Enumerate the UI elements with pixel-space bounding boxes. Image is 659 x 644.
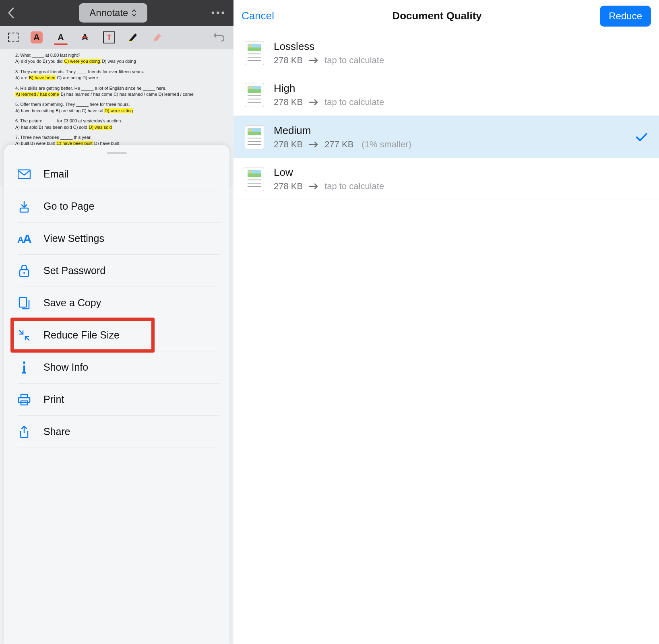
print-icon	[18, 393, 31, 406]
quality-option-high[interactable]: High278 KBtap to calculate	[233, 74, 659, 116]
chevron-updown-icon	[131, 8, 137, 17]
sheet-item-info[interactable]: Show Info	[18, 351, 219, 384]
quality-text: Low278 KBtap to calculate	[274, 166, 648, 192]
doc-line: 3. They are great friends. They ____ fri…	[15, 69, 229, 81]
eraser-tool-icon[interactable]	[151, 31, 163, 43]
svg-rect-2	[20, 208, 28, 212]
top-bar: Annotate •••	[0, 0, 233, 26]
svg-rect-5	[19, 297, 27, 307]
sheet-item-goto[interactable]: Go to Page	[18, 190, 219, 223]
sheet-item-mail[interactable]: Email	[18, 158, 219, 190]
aa-icon: AA	[18, 232, 31, 245]
sheet-item-label: Print	[43, 394, 64, 405]
annotation-toolbar: A A A T	[0, 26, 233, 49]
quality-text: Medium278 KB277 KB(1% smaller)	[274, 124, 626, 150]
goto-icon	[18, 200, 31, 213]
thumbnail-icon	[245, 125, 264, 149]
sheet-grabber[interactable]	[107, 152, 127, 154]
select-area-tool-icon[interactable]	[8, 33, 19, 42]
reduce-icon	[18, 329, 31, 342]
from-size: 278 KB	[274, 97, 303, 107]
sheet-item-label: View Settings	[43, 233, 104, 244]
arrow-right-icon	[308, 99, 319, 106]
quality-list: Lossless278 KBtap to calculateHigh278 KB…	[233, 32, 659, 200]
svg-rect-10	[19, 398, 30, 402]
quality-name: High	[274, 82, 648, 95]
mode-label: Annotate	[89, 7, 128, 19]
svg-rect-8	[22, 372, 26, 374]
marker-tool-icon[interactable]	[127, 31, 139, 43]
quality-option-low[interactable]: Low278 KBtap to calculate	[233, 158, 659, 200]
more-icon[interactable]: •••	[211, 7, 226, 19]
from-size: 278 KB	[274, 181, 303, 192]
sheet-item-aa[interactable]: AAView Settings	[18, 223, 219, 255]
svg-point-6	[23, 361, 25, 364]
thumbnail-icon	[245, 167, 264, 191]
doc-line: 2. What _____ at 8.00 last night?A) did …	[15, 52, 229, 65]
to-size: 277 KB	[324, 139, 353, 150]
thumbnail-icon	[245, 83, 264, 107]
mode-selector[interactable]: Annotate	[79, 3, 147, 23]
tap-hint: tap to calculate	[324, 181, 384, 192]
sheet-item-lock[interactable]: Set Password	[18, 255, 219, 287]
arrow-right-icon	[308, 183, 319, 190]
underline-tool-icon[interactable]: A	[55, 31, 67, 43]
quality-option-medium[interactable]: Medium278 KB277 KB(1% smaller)	[233, 116, 659, 158]
arrow-right-icon	[308, 57, 319, 64]
copy-icon	[18, 297, 31, 310]
quality-pane: Cancel Document Quality Reduce Lossless2…	[233, 0, 659, 644]
doc-line: 5. Offer them something. They _____ here…	[15, 101, 229, 114]
right-header: Cancel Document Quality Reduce	[233, 0, 659, 32]
doc-line: 6. The picture _____ for £3.000 at yeste…	[15, 118, 229, 130]
sheet-item-share[interactable]: Share	[18, 416, 219, 448]
undo-icon[interactable]	[213, 33, 225, 42]
thumbnail-icon	[245, 41, 264, 65]
quality-text: Lossless278 KBtap to calculate	[274, 40, 648, 66]
annotate-pane: Annotate ••• A A A T 2. What _____ at 8.…	[0, 0, 233, 644]
action-sheet: EmailGo to PageAAView SettingsSet Passwo…	[4, 145, 229, 644]
doc-line: 4. His skills are getting better. He ___…	[15, 85, 229, 98]
reduce-button[interactable]: Reduce	[600, 6, 651, 27]
sheet-item-label: Email	[43, 168, 69, 180]
check-icon	[636, 132, 648, 142]
share-icon	[18, 425, 31, 438]
quality-option-lossless[interactable]: Lossless278 KBtap to calculate	[233, 32, 659, 74]
sheet-item-label: Save a Copy	[43, 297, 101, 309]
quality-name: Lossless	[274, 40, 648, 53]
strike-tool-icon[interactable]: A	[79, 31, 91, 43]
sheet-item-label: Go to Page	[43, 200, 94, 212]
page-title: Document Quality	[392, 10, 481, 22]
cancel-button[interactable]: Cancel	[242, 10, 274, 22]
sheet-item-label: Reduce File Size	[43, 329, 120, 341]
tap-hint: tap to calculate	[324, 97, 384, 107]
tap-hint: tap to calculate	[324, 55, 384, 66]
sheet-item-copy[interactable]: Save a Copy	[18, 287, 219, 319]
quality-text: High278 KBtap to calculate	[274, 82, 648, 107]
sheet-item-reduce[interactable]: Reduce File Size	[18, 319, 219, 351]
back-icon[interactable]	[7, 7, 15, 19]
svg-rect-0	[129, 41, 132, 42]
sheet-item-label: Share	[43, 426, 70, 438]
svg-rect-7	[23, 365, 25, 373]
mail-icon	[18, 168, 31, 181]
arrow-right-icon	[308, 141, 319, 148]
from-size: 278 KB	[274, 139, 303, 150]
info-icon	[18, 361, 31, 374]
quality-name: Low	[274, 166, 648, 179]
sheet-item-label: Show Info	[43, 361, 88, 373]
highlight-tool-icon[interactable]: A	[31, 31, 43, 43]
quality-name: Medium	[274, 124, 626, 137]
textbox-tool-icon[interactable]: T	[103, 31, 115, 43]
svg-point-4	[23, 272, 25, 274]
lock-icon	[18, 264, 31, 277]
from-size: 278 KB	[274, 55, 303, 66]
sheet-item-print[interactable]: Print	[18, 384, 219, 416]
size-diff: (1% smaller)	[362, 139, 411, 150]
sheet-item-label: Set Password	[43, 265, 105, 277]
